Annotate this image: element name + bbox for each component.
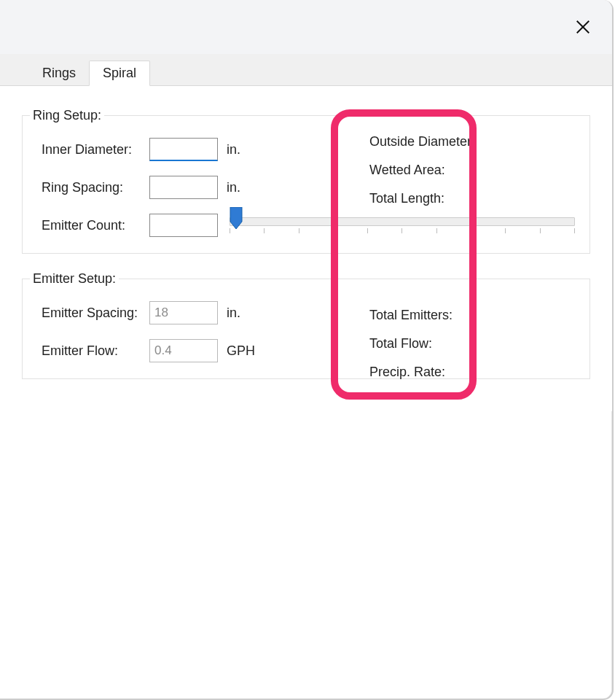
ring-setup-outputs: Outside Diameter: Wetted Area: Total Len…	[369, 128, 589, 213]
ring-spacing-input[interactable]	[149, 176, 218, 199]
emitter-spacing-unit: in.	[227, 306, 266, 321]
output-total-flow: Total Flow:	[369, 330, 589, 358]
emitter-count-input[interactable]	[149, 214, 218, 237]
dialog-window: Rings Spiral Ring Setup: Inner Diameter:…	[0, 0, 614, 700]
ring-setup-legend: Ring Setup:	[30, 108, 104, 123]
emitter-count-slider[interactable]	[230, 212, 575, 238]
inner-diameter-label: Inner Diameter:	[33, 142, 149, 158]
inner-diameter-input[interactable]	[149, 138, 218, 161]
tab-rings[interactable]: Rings	[29, 60, 89, 85]
tab-spiral[interactable]: Spiral	[89, 61, 150, 86]
close-icon	[575, 19, 591, 35]
emitter-flow-field-wrap	[149, 339, 218, 362]
emitter-setup-section: Emitter Setup: Emitter Spacing: in. Emit…	[22, 271, 590, 379]
tab-content: Ring Setup: Inner Diameter: in. Ring Spa…	[0, 86, 612, 411]
ring-setup-section: Ring Setup: Inner Diameter: in. Ring Spa…	[22, 108, 590, 254]
output-outside-diameter: Outside Diameter:	[369, 128, 589, 156]
emitter-flow-unit: GPH	[227, 343, 266, 359]
ring-spacing-unit: in.	[227, 180, 266, 195]
emitter-flow-label: Emitter Flow:	[33, 343, 149, 359]
titlebar	[0, 0, 612, 54]
inner-diameter-unit: in.	[227, 142, 266, 158]
emitter-spacing-field-wrap	[149, 301, 218, 324]
tabs: Rings Spiral	[0, 54, 612, 86]
emitter-spacing-label: Emitter Spacing:	[33, 306, 149, 321]
close-button[interactable]	[570, 14, 596, 40]
emitter-spacing-input[interactable]	[149, 301, 218, 324]
ring-spacing-label: Ring Spacing:	[33, 180, 149, 195]
output-precip-rate: Precip. Rate:	[369, 358, 589, 386]
output-total-emitters: Total Emitters:	[369, 301, 589, 330]
emitter-setup-legend: Emitter Setup:	[30, 271, 119, 287]
emitter-count-label: Emitter Count:	[33, 218, 149, 233]
slider-track	[230, 217, 575, 226]
inner-diameter-field-wrap	[149, 138, 218, 161]
output-wetted-area: Wetted Area:	[369, 156, 589, 184]
emitter-count-field-wrap	[149, 214, 218, 237]
emitter-setup-outputs: Total Emitters: Total Flow: Precip. Rate…	[369, 301, 589, 386]
slider-thumb-icon	[229, 207, 243, 230]
output-total-length: Total Length:	[369, 184, 589, 213]
ring-spacing-field-wrap	[149, 176, 218, 199]
slider-thumb[interactable]	[229, 207, 243, 229]
slider-ticks	[230, 228, 575, 236]
row-emitter-count: Emitter Count:	[33, 214, 575, 237]
emitter-flow-input[interactable]	[149, 339, 218, 362]
